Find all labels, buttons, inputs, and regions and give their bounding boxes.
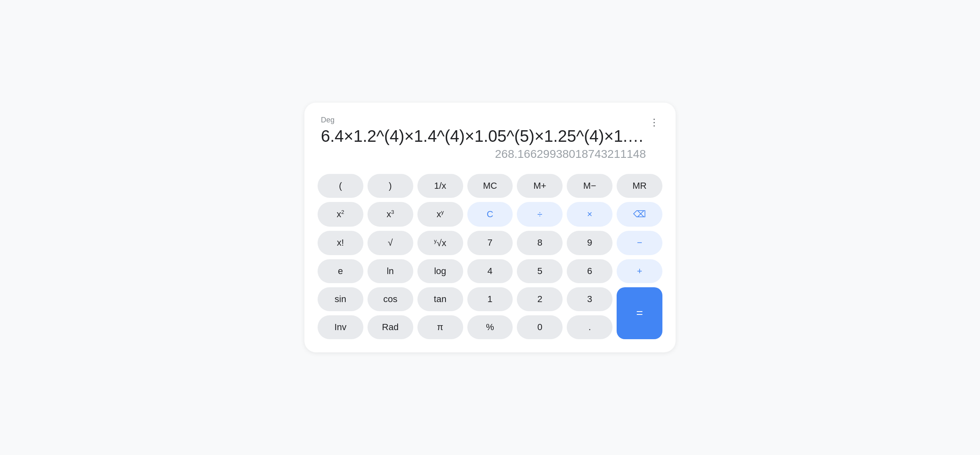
cos-button[interactable]: cos [368,287,413,311]
inv-button[interactable]: Inv [318,315,363,339]
seven-button[interactable]: 7 [467,231,513,255]
expression-display: 6.4×1.2^(4)×1.4^(4)×1.05^(5)×1.25^(4)×1.… [321,126,646,146]
subtract-button[interactable]: − [617,231,662,255]
three-button[interactable]: 3 [567,287,612,311]
nine-button[interactable]: 9 [567,231,612,255]
euler-button[interactable]: e [318,259,363,283]
memory-minus-button[interactable]: M− [567,174,612,198]
angle-mode: Deg [321,116,646,124]
menu-button[interactable]: ⋮ [646,116,662,129]
x-squared-button[interactable]: x2 [318,202,363,226]
close-paren-button[interactable]: ) [368,174,413,198]
multiply-button[interactable]: × [567,202,612,226]
button-grid: ( ) 1/x MC M+ M− MR x2 x3 xy C ÷ × ⌫ x! … [318,174,662,339]
percent-button[interactable]: % [467,315,513,339]
divide-button[interactable]: ÷ [517,202,563,226]
one-button[interactable]: 1 [467,287,513,311]
factorial-button[interactable]: x! [318,231,363,255]
two-button[interactable]: 2 [517,287,563,311]
equals-button[interactable]: = [617,287,662,339]
memory-recall-button[interactable]: MR [617,174,662,198]
sqrt-button[interactable]: √ [368,231,413,255]
log-button[interactable]: log [417,259,463,283]
tan-button[interactable]: tan [417,287,463,311]
ln-button[interactable]: ln [368,259,413,283]
memory-plus-button[interactable]: M+ [517,174,563,198]
memory-clear-button[interactable]: MC [467,174,513,198]
eight-button[interactable]: 8 [517,231,563,255]
x-cubed-button[interactable]: x3 [368,202,413,226]
calculator: Deg 6.4×1.2^(4)×1.4^(4)×1.05^(5)×1.25^(4… [304,103,676,352]
six-button[interactable]: 6 [567,259,612,283]
nth-root-button[interactable]: y√x [417,231,463,255]
x-power-y-button[interactable]: xy [417,202,463,226]
add-button[interactable]: + [617,259,662,283]
decimal-button[interactable]: . [567,315,612,339]
clear-button[interactable]: C [467,202,513,226]
sin-button[interactable]: sin [318,287,363,311]
zero-button[interactable]: 0 [517,315,563,339]
four-button[interactable]: 4 [467,259,513,283]
reciprocal-button[interactable]: 1/x [417,174,463,198]
rad-button[interactable]: Rad [368,315,413,339]
five-button[interactable]: 5 [517,259,563,283]
open-paren-button[interactable]: ( [318,174,363,198]
display-area: Deg 6.4×1.2^(4)×1.4^(4)×1.05^(5)×1.25^(4… [318,113,662,164]
pi-button[interactable]: π [417,315,463,339]
backspace-button[interactable]: ⌫ [617,202,662,226]
result-display: 268.16629938018743211148 [321,148,646,161]
